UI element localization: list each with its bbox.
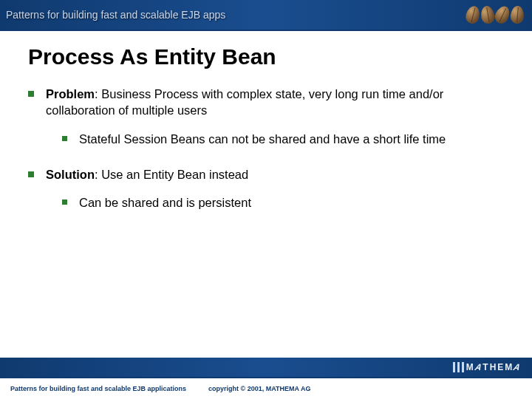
bean-icon xyxy=(464,4,482,25)
bullet-block-problem: Problem: Business Process with complex s… xyxy=(28,86,514,147)
bullet-text: Solution: Use an Entity Bean instead xyxy=(46,166,248,183)
sub-bullet-text: Can be shared and is persistent xyxy=(79,194,251,211)
footer-bar: MATHEMA xyxy=(0,358,532,377)
header-title: Patterns for building fast and scalable … xyxy=(0,9,225,21)
sub-bullet-item: Can be shared and is persistent xyxy=(62,194,514,211)
mathema-logo: MATHEMA xyxy=(453,362,522,372)
logo-bar-icon xyxy=(453,362,455,372)
header-bar: Patterns for building fast and scalable … xyxy=(0,0,532,30)
footer-left-text: Patterns for building fast and scalable … xyxy=(10,385,186,392)
bullet-text: Problem: Business Process with complex s… xyxy=(46,86,514,119)
logo-bar-icon xyxy=(457,362,460,372)
bullet-item: Solution: Use an Entity Bean instead xyxy=(28,166,514,183)
sub-bullet-text: Stateful Session Beans can not be shared… xyxy=(79,131,446,147)
slide: Patterns for building fast and scalable … xyxy=(0,0,532,399)
bullet-icon xyxy=(28,91,34,97)
bean-icon xyxy=(510,5,525,24)
logo-bar-icon xyxy=(462,362,464,372)
bean-icon xyxy=(493,4,512,25)
sub-bullet-item: Stateful Session Beans can not be shared… xyxy=(62,131,514,147)
footer-copyright: copyright © 2001, MATHEMA AG xyxy=(208,385,310,392)
logo-text: MATHEMA xyxy=(466,362,522,372)
coffee-beans-decoration xyxy=(458,0,532,30)
bean-icon xyxy=(480,5,496,25)
content-area: Process As Entity Bean Problem: Business… xyxy=(0,31,532,358)
bullet-icon xyxy=(28,171,34,177)
footer-text-row: Patterns for building fast and scalable … xyxy=(0,378,532,399)
slide-title: Process As Entity Bean xyxy=(28,44,514,69)
bullet-item: Problem: Business Process with complex s… xyxy=(28,86,514,119)
bullet-icon xyxy=(62,136,67,141)
bullet-block-solution: Solution: Use an Entity Bean instead Can… xyxy=(28,166,514,211)
bullet-icon xyxy=(62,200,67,205)
